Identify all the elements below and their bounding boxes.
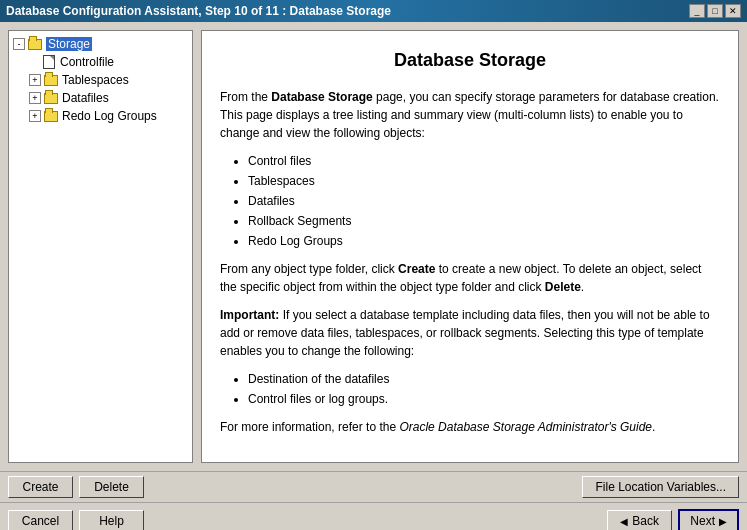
tree-item-redolog[interactable]: + Redo Log Groups bbox=[29, 107, 188, 125]
list2-item: Control files or log groups. bbox=[248, 390, 720, 408]
bottom-button-row: Cancel Help ◀ Back Next ▶ bbox=[0, 502, 747, 530]
help-button[interactable]: Help bbox=[79, 510, 144, 530]
folder-icon-tablespaces bbox=[43, 73, 59, 87]
para1: From the Database Storage page, you can … bbox=[220, 88, 720, 142]
close-button[interactable]: ✕ bbox=[725, 4, 741, 18]
next-arrow-icon: ▶ bbox=[719, 516, 727, 527]
folder-icon-redolog bbox=[43, 109, 59, 123]
nav-group: ◀ Back Next ▶ bbox=[607, 509, 739, 530]
redolog-label: Redo Log Groups bbox=[62, 109, 157, 123]
file-location-group: File Location Variables... bbox=[582, 476, 739, 498]
folder-icon-storage bbox=[27, 37, 43, 51]
list2: Destination of the datafiles Control fil… bbox=[248, 370, 720, 408]
back-arrow-icon: ◀ bbox=[620, 516, 628, 527]
doc-icon-controlfile bbox=[41, 55, 57, 69]
datafiles-label: Datafiles bbox=[62, 91, 109, 105]
title-bar: Database Configuration Assistant, Step 1… bbox=[0, 0, 747, 22]
minimize-button[interactable]: _ bbox=[689, 4, 705, 18]
window-controls: _ □ ✕ bbox=[689, 4, 741, 18]
next-button[interactable]: Next ▶ bbox=[678, 509, 739, 530]
controlfile-label: Controlfile bbox=[60, 55, 114, 69]
tree-item-datafiles[interactable]: + Datafiles bbox=[29, 89, 188, 107]
list1: Control files Tablespaces Datafiles Roll… bbox=[248, 152, 720, 250]
create-button[interactable]: Create bbox=[8, 476, 73, 498]
tree-item-storage[interactable]: - Storage bbox=[13, 35, 188, 53]
expander-tablespaces[interactable]: + bbox=[29, 74, 41, 86]
right-panel: Database Storage From the Database Stora… bbox=[201, 30, 739, 463]
expander-datafiles[interactable]: + bbox=[29, 92, 41, 104]
cancel-help-group: Cancel Help bbox=[8, 510, 144, 530]
page-heading: Database Storage bbox=[220, 47, 720, 74]
list1-item: Datafiles bbox=[248, 192, 720, 210]
tree-children: Controlfile + Tablespaces + Datafiles bbox=[13, 53, 188, 125]
expander-redolog[interactable]: + bbox=[29, 110, 41, 122]
list1-item: Rollback Segments bbox=[248, 212, 720, 230]
list2-item: Destination of the datafiles bbox=[248, 370, 720, 388]
back-button[interactable]: ◀ Back bbox=[607, 510, 672, 530]
middle-button-row: Create Delete File Location Variables... bbox=[0, 471, 747, 502]
folder-icon-datafiles bbox=[43, 91, 59, 105]
content-area: - Storage Controlfile + bbox=[0, 22, 747, 471]
tree-panel: - Storage Controlfile + bbox=[8, 30, 193, 463]
expander-storage[interactable]: - bbox=[13, 38, 25, 50]
list1-item: Redo Log Groups bbox=[248, 232, 720, 250]
delete-button[interactable]: Delete bbox=[79, 476, 144, 498]
storage-label: Storage bbox=[46, 37, 92, 51]
para3: Important: If you select a database temp… bbox=[220, 306, 720, 360]
tablespaces-label: Tablespaces bbox=[62, 73, 129, 87]
window-title: Database Configuration Assistant, Step 1… bbox=[6, 4, 391, 18]
list1-item: Control files bbox=[248, 152, 720, 170]
para4: For more information, refer to the Oracl… bbox=[220, 418, 720, 436]
main-content: - Storage Controlfile + bbox=[0, 22, 747, 530]
file-location-variables-button[interactable]: File Location Variables... bbox=[582, 476, 739, 498]
cancel-button[interactable]: Cancel bbox=[8, 510, 73, 530]
tree-item-tablespaces[interactable]: + Tablespaces bbox=[29, 71, 188, 89]
para2: From any object type folder, click Creat… bbox=[220, 260, 720, 296]
maximize-button[interactable]: □ bbox=[707, 4, 723, 18]
tree-item-controlfile[interactable]: Controlfile bbox=[29, 53, 188, 71]
list1-item: Tablespaces bbox=[248, 172, 720, 190]
create-delete-group: Create Delete bbox=[8, 476, 144, 498]
